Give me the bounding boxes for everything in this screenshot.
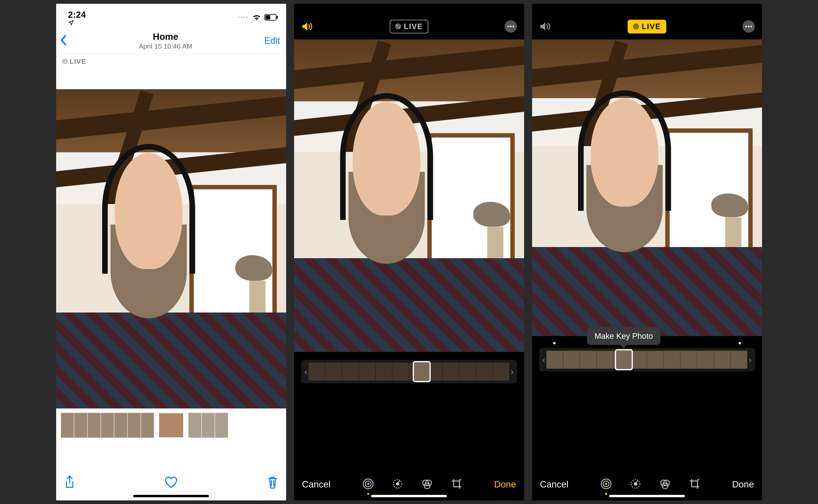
- cancel-button[interactable]: Cancel: [540, 479, 569, 490]
- filters-tool-button[interactable]: [422, 478, 433, 490]
- svg-line-37: [636, 481, 638, 482]
- crop-tool-button[interactable]: [689, 478, 700, 490]
- svg-point-14: [507, 25, 509, 27]
- done-button[interactable]: Done: [732, 479, 754, 490]
- trim-handle-left[interactable]: ‹: [303, 367, 309, 377]
- more-button[interactable]: [743, 20, 755, 33]
- thumbnail[interactable]: [188, 413, 201, 438]
- make-key-photo-tooltip[interactable]: Make Key Photo: [587, 327, 661, 345]
- key-frame-handle[interactable]: Make Key Photo: [615, 349, 633, 370]
- back-button[interactable]: [60, 35, 67, 47]
- delete-button[interactable]: [267, 476, 278, 490]
- live-icon: [633, 23, 639, 29]
- trim-handle-right[interactable]: ›: [748, 355, 753, 365]
- photo-thumbnail-strip[interactable]: [56, 408, 286, 442]
- svg-point-31: [750, 25, 752, 27]
- sound-on-button[interactable]: [301, 20, 313, 33]
- edit-live-on-screen: LIVE ‹: [532, 4, 762, 500]
- cellular-dots-icon: [237, 15, 249, 20]
- thumbnail[interactable]: [114, 413, 127, 438]
- home-indicator[interactable]: [371, 495, 447, 497]
- photo-viewport[interactable]: [56, 89, 286, 408]
- wifi-icon: [252, 14, 261, 21]
- crop-tool-button[interactable]: [451, 478, 463, 490]
- thumbnail[interactable]: [74, 413, 87, 438]
- trim-marker: [739, 342, 741, 344]
- nav-subtitle: April 15 10:46 AM: [67, 42, 264, 50]
- thumbnail-current[interactable]: [159, 413, 184, 438]
- live-frame-scrubber[interactable]: ‹ › Make Key Photo: [539, 348, 755, 371]
- trim-marker: [553, 342, 556, 344]
- svg-point-15: [510, 25, 512, 27]
- edit-top-bar: LIVE: [532, 4, 762, 39]
- status-bar: 2:24: [56, 4, 286, 28]
- svg-point-28: [635, 26, 636, 27]
- location-icon: [68, 20, 88, 26]
- cancel-button[interactable]: Cancel: [302, 479, 330, 490]
- live-toggle-on[interactable]: LIVE: [628, 20, 666, 33]
- thumbnail[interactable]: [141, 413, 154, 438]
- more-button[interactable]: [505, 20, 517, 33]
- thumbnail[interactable]: [101, 413, 114, 438]
- favorite-button[interactable]: [164, 476, 178, 489]
- filters-tool-button[interactable]: [659, 478, 671, 490]
- adjust-tool-button[interactable]: [392, 478, 403, 490]
- live-badge: LIVE: [62, 58, 86, 65]
- edit-top-bar: LIVE: [294, 4, 524, 39]
- sound-button[interactable]: [539, 20, 552, 33]
- svg-point-21: [396, 482, 399, 485]
- svg-point-3: [246, 17, 248, 18]
- bottom-toolbar: [56, 475, 286, 490]
- battery-icon: [264, 14, 278, 21]
- photo-viewer-screen: 2:24 Home: [56, 4, 286, 500]
- svg-point-29: [745, 25, 747, 27]
- edit-photo-viewport[interactable]: [532, 39, 762, 336]
- thumbnail[interactable]: [215, 413, 228, 438]
- nav-bar: Home April 15 10:46 AM Edit: [56, 28, 286, 54]
- svg-line-22: [398, 481, 400, 482]
- thumbnail[interactable]: [61, 413, 74, 438]
- svg-point-34: [605, 483, 607, 485]
- home-indicator[interactable]: [609, 495, 685, 497]
- svg-rect-5: [265, 15, 270, 20]
- nav-title: Home: [67, 31, 264, 42]
- thumbnail[interactable]: [88, 413, 101, 438]
- svg-point-2: [243, 17, 245, 18]
- trim-handle-left[interactable]: ‹: [541, 355, 547, 365]
- svg-point-0: [238, 17, 239, 18]
- svg-point-30: [748, 25, 750, 27]
- adjust-tool-button[interactable]: [630, 478, 641, 490]
- home-indicator[interactable]: [133, 495, 209, 497]
- thumbnail[interactable]: [202, 413, 215, 438]
- svg-point-1: [241, 17, 242, 18]
- svg-point-19: [367, 483, 369, 485]
- svg-point-16: [512, 25, 514, 27]
- live-icon: [62, 59, 68, 64]
- key-frame-handle[interactable]: [413, 361, 431, 382]
- live-off-icon: [395, 23, 401, 29]
- svg-point-9: [64, 61, 65, 62]
- edit-live-off-screen: LIVE ‹ ›: [294, 4, 524, 500]
- svg-rect-6: [276, 16, 278, 19]
- status-time: 2:24: [68, 10, 88, 26]
- live-tool-button[interactable]: [362, 478, 374, 490]
- svg-point-36: [634, 482, 637, 485]
- done-button[interactable]: Done: [494, 479, 516, 490]
- thumbnail[interactable]: [128, 413, 141, 438]
- live-tool-button[interactable]: [600, 478, 612, 490]
- edit-button[interactable]: Edit: [264, 35, 280, 46]
- trim-handle-right[interactable]: ›: [510, 367, 515, 377]
- edit-photo-viewport[interactable]: [294, 39, 524, 352]
- live-toggle-off[interactable]: LIVE: [390, 20, 428, 33]
- edit-toolbar: Cancel Done: [294, 478, 524, 490]
- edit-toolbar: Cancel Done: [532, 478, 762, 490]
- share-button[interactable]: [64, 475, 75, 490]
- live-frame-scrubber[interactable]: ‹ ›: [301, 360, 517, 383]
